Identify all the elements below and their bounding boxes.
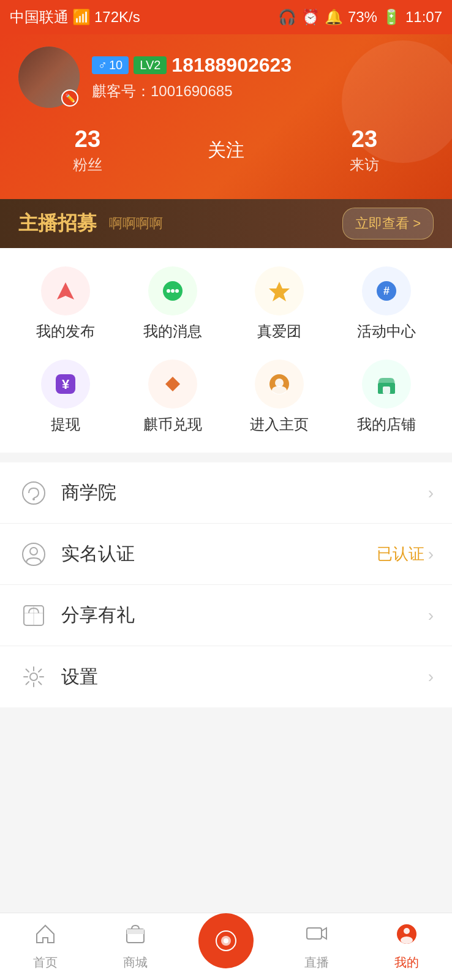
business-school-right: › xyxy=(428,483,434,503)
share-gift-icon xyxy=(18,600,49,631)
menu-item-settings[interactable]: 设置 › xyxy=(0,646,452,707)
svg-point-2 xyxy=(167,289,170,293)
quick-item-withdraw[interactable]: ¥ 提现 xyxy=(12,360,119,434)
withdraw-label: 提现 xyxy=(51,415,80,434)
svg-rect-23 xyxy=(127,929,144,934)
headphone-icon: 🎧 xyxy=(278,9,296,26)
quick-item-my-message[interactable]: 我的消息 xyxy=(119,266,227,341)
real-name-label: 实名认证 xyxy=(61,541,377,567)
quick-item-my-publish[interactable]: 我的发布 xyxy=(12,266,119,341)
profile-header: ✏️ ♂ 10 LV2 18188902623 麒客号：1001690685 2… xyxy=(0,34,452,199)
visits-label: 来访 xyxy=(295,155,434,175)
real-name-chevron: › xyxy=(428,545,434,564)
quick-item-my-shop[interactable]: 我的店铺 xyxy=(333,360,440,434)
settings-chevron: › xyxy=(428,667,434,687)
svg-marker-10 xyxy=(165,377,180,391)
settings-icon xyxy=(18,662,49,692)
nav-item-home[interactable]: 首页 xyxy=(0,923,91,971)
visits-count: 23 xyxy=(295,126,434,153)
menu-item-share-gift[interactable]: 分享有礼 › xyxy=(0,585,452,646)
share-gift-right: › xyxy=(428,606,434,625)
my-publish-icon xyxy=(41,266,90,315)
svg-point-4 xyxy=(175,289,179,293)
follow-label: 关注 xyxy=(157,138,295,163)
mine-nav-label: 我的 xyxy=(394,954,419,971)
real-name-icon xyxy=(18,539,49,570)
share-gift-label: 分享有礼 xyxy=(61,603,428,628)
share-gift-chevron: › xyxy=(428,606,434,625)
center-nav-button[interactable] xyxy=(198,913,254,968)
follow-stat[interactable]: 关注 xyxy=(157,138,295,163)
shop-nav-icon xyxy=(124,923,146,951)
nav-item-mine[interactable]: 我的 xyxy=(361,923,452,971)
menu-item-business-school[interactable]: 商学院 › xyxy=(0,462,452,524)
nav-item-center[interactable] xyxy=(181,925,271,968)
svg-point-17 xyxy=(32,498,35,500)
my-message-label: 我的消息 xyxy=(143,322,202,341)
svg-point-29 xyxy=(404,928,410,934)
svg-text:#: # xyxy=(383,285,390,297)
business-school-chevron: › xyxy=(428,483,434,503)
nav-item-live[interactable]: 直播 xyxy=(271,923,362,971)
banner-subtitle: 啊啊啊啊 xyxy=(109,214,342,233)
true-love-icon xyxy=(255,266,304,315)
edit-avatar-badge[interactable]: ✏️ xyxy=(61,89,78,107)
status-right: 🎧 ⏰ 🔔 73% 🔋 11:07 xyxy=(278,9,442,26)
status-left: 中国联通 📶 172K/s xyxy=(10,7,140,27)
verified-text: 已认证 xyxy=(377,543,424,565)
svg-marker-5 xyxy=(269,282,290,301)
svg-point-19 xyxy=(30,548,37,555)
svg-rect-15 xyxy=(383,386,390,394)
visits-stat[interactable]: 23 来访 xyxy=(295,126,434,175)
quick-row-2: ¥ 提现 麒币兑现 进入主页 xyxy=(12,360,440,434)
qilin-redeem-icon xyxy=(148,360,197,409)
enter-homepage-label: 进入主页 xyxy=(250,415,309,434)
business-school-label: 商学院 xyxy=(61,480,428,505)
home-nav-icon xyxy=(34,923,56,951)
activity-center-label: 活动中心 xyxy=(357,322,416,341)
alarm-icon: ⏰ xyxy=(301,9,320,26)
quick-item-enter-homepage[interactable]: 进入主页 xyxy=(226,360,333,434)
phone-number: 18188902623 xyxy=(171,54,292,77)
quick-actions: 我的发布 我的消息 真爱团 xyxy=(0,248,452,453)
fans-label: 粉丝 xyxy=(18,155,157,175)
quick-item-true-love[interactable]: 真爱团 xyxy=(226,266,333,341)
mine-nav-icon xyxy=(396,923,418,951)
gender-badge: ♂ 10 xyxy=(92,56,129,74)
settings-right: › xyxy=(428,667,434,687)
svg-rect-27 xyxy=(307,928,322,939)
menu-section: 商学院 › 实名认证 已认证 › 分享有礼 xyxy=(0,462,452,707)
gender-level: 10 xyxy=(109,58,122,72)
speed-text: 172K/s xyxy=(94,9,140,26)
quick-row-1: 我的发布 我的消息 真爱团 xyxy=(12,266,440,341)
menu-item-real-name[interactable]: 实名认证 已认证 › xyxy=(0,524,452,585)
status-bar: 中国联通 📶 172K/s 🎧 ⏰ 🔔 73% 🔋 11:07 xyxy=(0,0,452,34)
qilin-redeem-label: 麒币兑现 xyxy=(143,415,202,434)
profile-stats: 23 粉丝 关注 23 来访 xyxy=(18,126,434,175)
battery-icon: 🔋 xyxy=(382,9,401,26)
profile-info: ♂ 10 LV2 18188902623 麒客号：1001690685 xyxy=(92,54,434,101)
banner-view-button[interactable]: 立即查看 > xyxy=(342,208,434,239)
anchor-recruitment-banner[interactable]: 主播招募 啊啊啊啊 立即查看 > xyxy=(0,199,452,248)
business-school-icon xyxy=(18,478,49,508)
my-publish-label: 我的发布 xyxy=(36,322,95,341)
svg-point-13 xyxy=(272,386,287,394)
activity-center-icon: # xyxy=(362,266,411,315)
svg-point-30 xyxy=(401,937,413,944)
settings-label: 设置 xyxy=(61,665,428,690)
my-message-icon xyxy=(148,266,197,315)
svg-point-21 xyxy=(30,673,37,680)
nav-item-shop[interactable]: 商城 xyxy=(91,923,181,971)
fans-stat[interactable]: 23 粉丝 xyxy=(18,126,157,175)
avatar-wrap[interactable]: ✏️ xyxy=(18,47,80,108)
home-nav-label: 首页 xyxy=(33,954,58,971)
withdraw-icon: ¥ xyxy=(41,360,90,409)
time-text: 11:07 xyxy=(405,9,442,26)
quick-item-qilin-redeem[interactable]: 麒币兑现 xyxy=(119,360,227,434)
carrier-text: 中国联通 xyxy=(10,7,69,27)
battery-text: 73% xyxy=(348,9,377,26)
level-badge: LV2 xyxy=(134,56,167,74)
banner-title: 主播招募 xyxy=(18,210,97,237)
quick-item-activity-center[interactable]: # 活动中心 xyxy=(333,266,440,341)
signal-icon: 📶 xyxy=(72,9,91,26)
